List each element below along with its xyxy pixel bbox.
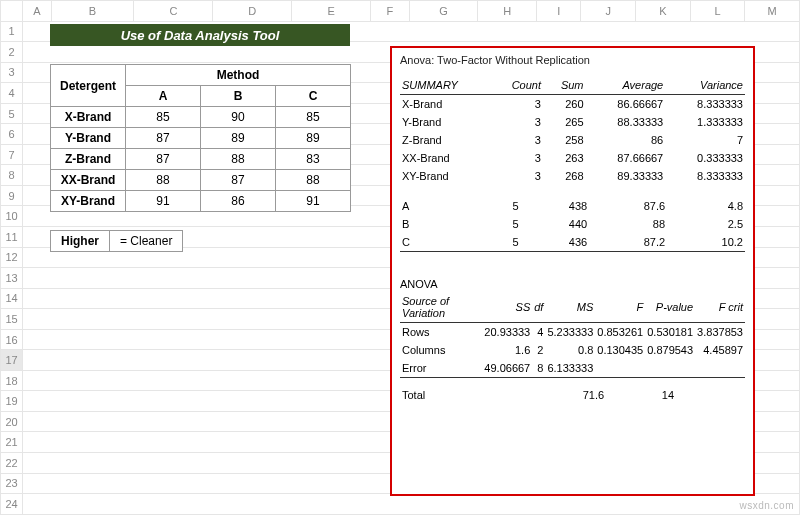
table-row: XX-Brand326387.666670.333333 — [400, 149, 745, 167]
row-header[interactable]: 6 — [1, 124, 23, 145]
col-header[interactable]: B — [51, 1, 134, 22]
row-header[interactable]: 12 — [1, 247, 23, 268]
col-header[interactable]: G — [409, 1, 478, 22]
anova-heading: Anova: Two-Factor Without Replication — [400, 54, 745, 66]
page-title: Use of Data Analysis Tool — [50, 24, 350, 46]
detergent-table[interactable]: Detergent Method A B C X-Brand859085 Y-B… — [50, 64, 351, 212]
row-header[interactable]: 20 — [1, 411, 23, 432]
row-header[interactable]: 3 — [1, 62, 23, 83]
row-header[interactable]: 24 — [1, 494, 23, 515]
row-header[interactable]: 8 — [1, 165, 23, 186]
anova-summary-table: SUMMARY Count Sum Average Variance X-Bra… — [400, 76, 745, 185]
row-header[interactable]: 11 — [1, 227, 23, 248]
row-header[interactable]: 5 — [1, 103, 23, 124]
col-header[interactable]: M — [745, 1, 800, 22]
col-header[interactable]: D — [213, 1, 292, 22]
legend-higher: Higher — [51, 231, 110, 252]
row-header[interactable]: 2 — [1, 42, 23, 63]
row-header[interactable]: 17 — [1, 350, 23, 371]
table-row: A543887.64.8 — [400, 197, 745, 215]
col-header[interactable]: F — [371, 1, 409, 22]
col-header[interactable]: I — [536, 1, 581, 22]
col-B: B — [201, 86, 276, 107]
row-header[interactable]: 10 — [1, 206, 23, 227]
anova-result-table: Source of Variation SS df MS F P-value F… — [400, 292, 745, 378]
row-header[interactable]: 21 — [1, 432, 23, 453]
row-header[interactable]: 9 — [1, 185, 23, 206]
method-header: Method — [126, 65, 351, 86]
table-row: Z-Brand3258867 — [400, 131, 745, 149]
row-header[interactable]: 14 — [1, 288, 23, 309]
row-header[interactable]: 4 — [1, 83, 23, 104]
legend-box: Higher = Cleaner — [50, 230, 183, 252]
col-header[interactable]: J — [581, 1, 636, 22]
row-header[interactable]: 18 — [1, 370, 23, 391]
table-row: B5440882.5 — [400, 215, 745, 233]
table-row: Z-Brand878883 — [51, 149, 351, 170]
row-header[interactable]: 7 — [1, 144, 23, 165]
table-row: XX-Brand888788 — [51, 170, 351, 191]
table-row: Y-Brand326588.333331.333333 — [400, 113, 745, 131]
summary-label: SUMMARY — [400, 76, 490, 95]
table-row: Columns1.620.80.1304350.8795434.45897 — [400, 341, 745, 359]
row-header[interactable]: 13 — [1, 268, 23, 289]
row-header[interactable]: 15 — [1, 309, 23, 330]
anova-section-label: ANOVA — [400, 278, 745, 290]
col-header-row: A B C D E F G H I J K L M — [1, 1, 800, 22]
table-row: XY-Brand326889.333338.333333 — [400, 167, 745, 185]
col-C: C — [276, 86, 351, 107]
row-header[interactable]: 22 — [1, 453, 23, 474]
table-row: Error49.0666786.133333 — [400, 359, 745, 378]
col-header[interactable]: L — [690, 1, 745, 22]
table-corner: Detergent — [51, 65, 126, 107]
col-header[interactable]: K — [636, 1, 691, 22]
watermark: wsxdn.com — [739, 500, 794, 511]
col-header[interactable]: E — [292, 1, 371, 22]
table-row: X-Brand859085 — [51, 107, 351, 128]
legend-cleaner: = Cleaner — [110, 231, 183, 252]
row-header[interactable]: 1 — [1, 21, 23, 42]
col-A: A — [126, 86, 201, 107]
table-row: X-Brand326086.666678.333333 — [400, 95, 745, 114]
table-row: Y-Brand878989 — [51, 128, 351, 149]
anova-abc-table: A543887.64.8 B5440882.5 C543687.210.2 — [400, 197, 745, 252]
row-header[interactable]: 19 — [1, 391, 23, 412]
table-row: Rows20.9333345.2333330.8532610.5301813.8… — [400, 323, 745, 342]
table-row: XY-Brand918691 — [51, 191, 351, 212]
anova-output[interactable]: Anova: Two-Factor Without Replication SU… — [390, 46, 755, 496]
row-header[interactable]: 16 — [1, 329, 23, 350]
anova-total: Total71.614 — [400, 386, 745, 404]
table-row: C543687.210.2 — [400, 233, 745, 252]
col-header[interactable]: H — [478, 1, 537, 22]
col-header[interactable]: A — [23, 1, 51, 22]
col-header[interactable]: C — [134, 1, 213, 22]
row-header[interactable]: 23 — [1, 473, 23, 494]
